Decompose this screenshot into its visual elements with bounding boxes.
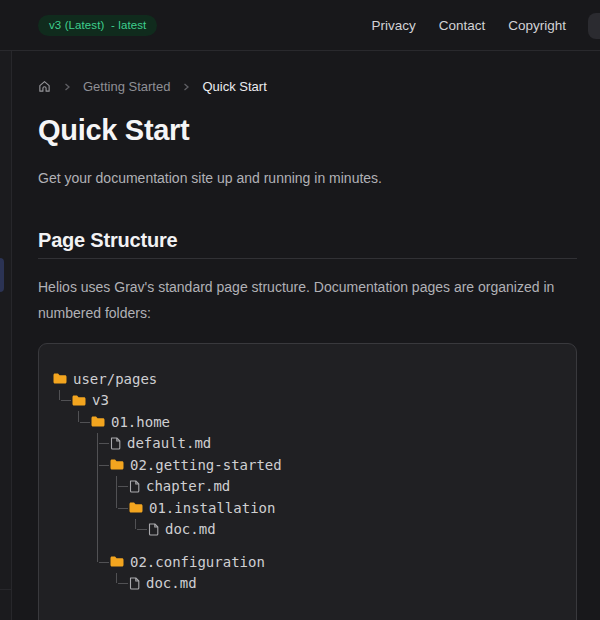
tree-spacer (72, 454, 91, 476)
nav-link-copyright[interactable]: Copyright (508, 18, 566, 33)
tree-row: default.md (53, 433, 562, 455)
tree-trunk (91, 540, 110, 551)
tree-spacer (72, 433, 91, 455)
nav-link-privacy[interactable]: Privacy (371, 18, 415, 33)
chevron-right-icon (181, 82, 191, 92)
tree-spacer (53, 433, 72, 455)
breadcrumb: Getting Started Quick Start (38, 79, 577, 94)
tree-row: user/pages (53, 368, 562, 390)
tree-spacer (72, 540, 91, 551)
top-nav: Privacy Contact Copyright (371, 18, 566, 33)
tree-row: v3 (53, 390, 562, 412)
tree-spacer (72, 476, 91, 498)
home-icon[interactable] (38, 80, 51, 93)
tree-row: 01.installation (53, 497, 562, 519)
folder-icon (110, 459, 124, 470)
section-body-text: Helios uses Grav's standard page structu… (38, 274, 577, 326)
tree-spacer (72, 551, 91, 573)
tree-spacer (72, 497, 91, 519)
tree-row: 02.configuration (53, 551, 562, 573)
tree-node-label: 01.installation (149, 500, 275, 516)
tree-node-label: v3 (92, 392, 109, 408)
version-badge[interactable]: v3 (Latest) - latest (38, 15, 157, 36)
breadcrumb-current: Quick Start (202, 79, 266, 94)
tree-spacer (72, 573, 91, 595)
tree-spacer (53, 540, 72, 551)
rail-divider (0, 589, 11, 590)
main-content: Getting Started Quick Start Quick Start … (12, 79, 600, 620)
tree-branch (129, 519, 148, 541)
tree-node-label: default.md (127, 435, 211, 451)
folder-icon (72, 395, 86, 406)
tree-branch (91, 551, 110, 573)
section-divider (38, 258, 577, 259)
breadcrumb-item-getting-started[interactable]: Getting Started (83, 79, 170, 94)
tree-spacer (53, 454, 72, 476)
section-heading: Page Structure (38, 227, 577, 253)
page-title: Quick Start (38, 113, 577, 147)
tree-node-label: doc.md (165, 521, 216, 537)
tree-node-label: chapter.md (146, 478, 230, 494)
tree-spacer (72, 519, 91, 541)
tree-branch (53, 390, 72, 412)
tree-spacer (91, 573, 110, 595)
tree-row: chapter.md (53, 476, 562, 498)
tree-spacer (110, 519, 129, 541)
tree-spacer (53, 573, 72, 595)
tree-branch (110, 497, 129, 519)
tree-branch (91, 454, 110, 476)
sidebar-rail[interactable] (0, 51, 12, 620)
tree-branch (91, 433, 110, 455)
tree-row: 02.getting-started (53, 454, 562, 476)
file-tree-code-block: user/pages v3 01.home default.md 02.gett… (38, 343, 577, 620)
nav-link-contact[interactable]: Contact (439, 18, 486, 33)
tree-trunk (91, 519, 110, 541)
tree-node-label: 02.configuration (130, 554, 265, 570)
folder-icon (53, 373, 67, 384)
topbar-corner-button[interactable] (588, 13, 600, 39)
tree-trunk (91, 476, 110, 498)
folder-icon (129, 502, 143, 513)
top-bar: v3 (Latest) - latest Privacy Contact Cop… (0, 0, 600, 51)
tree-branch (72, 411, 91, 433)
folder-icon (91, 416, 105, 427)
chevron-right-icon (62, 82, 72, 92)
tree-node-label: 01.home (111, 414, 170, 430)
tree-spacer (53, 476, 72, 498)
tree-spacer (53, 551, 72, 573)
active-item-marker (0, 258, 4, 292)
tree-branch (110, 476, 129, 498)
tree-row: doc.md (53, 573, 562, 595)
tree-node-label: user/pages (73, 371, 157, 387)
tree-node-label: doc.md (146, 575, 197, 591)
file-icon (148, 523, 159, 536)
file-icon (129, 577, 140, 590)
folder-icon (110, 556, 124, 567)
tree-spacer (53, 497, 72, 519)
tree-node-label: 02.getting-started (130, 457, 282, 473)
file-icon (110, 437, 121, 450)
file-icon (129, 480, 140, 493)
tree-spacer (53, 519, 72, 541)
tree-branch (110, 573, 129, 595)
tree-row: 01.home (53, 411, 562, 433)
tree-spacer (53, 411, 72, 433)
tree-trunk (91, 497, 110, 519)
tree-row-spacer (53, 540, 562, 551)
tree-row: doc.md (53, 519, 562, 541)
intro-text: Get your documentation site up and runni… (38, 167, 577, 189)
